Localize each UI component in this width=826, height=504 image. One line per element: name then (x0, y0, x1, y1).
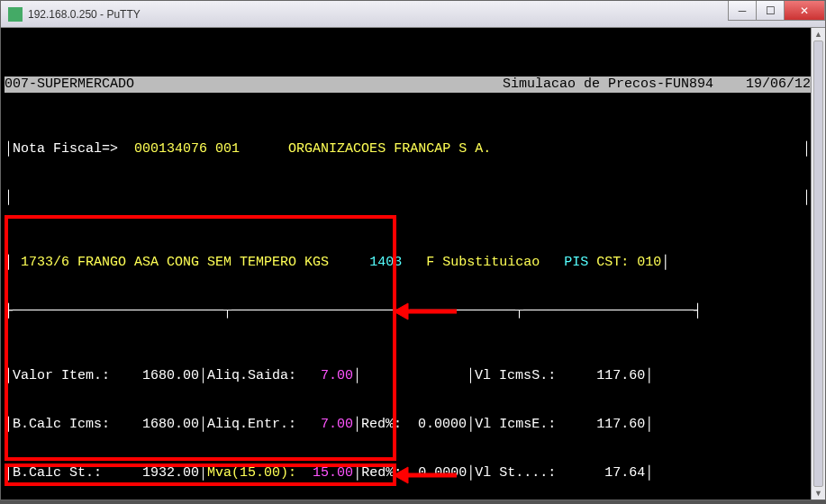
window-title: 192.168.0.250 - PuTTY (28, 8, 141, 21)
red1: 0.0000 (418, 417, 467, 433)
prod-desc: FRANGO ASA CONG SEM TEMPERO KGS (77, 255, 329, 271)
vl-st: 17.64 (604, 465, 645, 482)
prod-qty: 1403 (369, 255, 402, 271)
hdr-left: 007-SUPERMERCADO (5, 76, 134, 93)
scrollbar[interactable]: ▲ ▼ (811, 28, 825, 500)
title-bar: 192.168.0.250 - PuTTY ─ ☐ ✕ (1, 1, 825, 28)
close-button[interactable]: ✕ (784, 1, 825, 21)
aliq-entr: 7.00 (321, 417, 353, 433)
valor-item: 1680.00 (142, 368, 199, 384)
app-icon (8, 7, 23, 22)
hdr-center: Simulacao de Precos-FUN894 (503, 76, 713, 93)
bcalc-icms: 1680.00 (142, 417, 199, 433)
prod-sub: F Substituicao (426, 255, 540, 271)
hdr-right: 19/06/12 (746, 76, 811, 93)
nf-org: ORGANIZACOES FRANCAP S A. (288, 141, 491, 158)
mva-label: Mva(15.00): (207, 465, 296, 482)
vl-icmss: 117.60 (596, 368, 645, 384)
terminal[interactable]: 007-SUPERMERCADO Simulacao de Precos-FUN… (5, 28, 811, 496)
scroll-up-icon[interactable]: ▲ (812, 28, 825, 40)
bcalc-st: 1932.00 (142, 465, 199, 482)
mva-val: 15.00 (313, 465, 353, 482)
prod-code: 1733/6 (21, 255, 69, 271)
scroll-down-icon[interactable]: ▼ (812, 487, 825, 500)
nf-num: 000134076 001 (134, 141, 240, 158)
nf-label: Nota Fiscal=> (13, 141, 118, 158)
aliq-saida: 7.00 (321, 368, 353, 384)
maximize-button[interactable]: ☐ (756, 1, 785, 21)
red2: 0.0000 (418, 465, 467, 482)
scroll-thumb[interactable] (813, 40, 823, 487)
minimize-button[interactable]: ─ (728, 1, 757, 21)
vl-icmse: 117.60 (596, 417, 645, 433)
